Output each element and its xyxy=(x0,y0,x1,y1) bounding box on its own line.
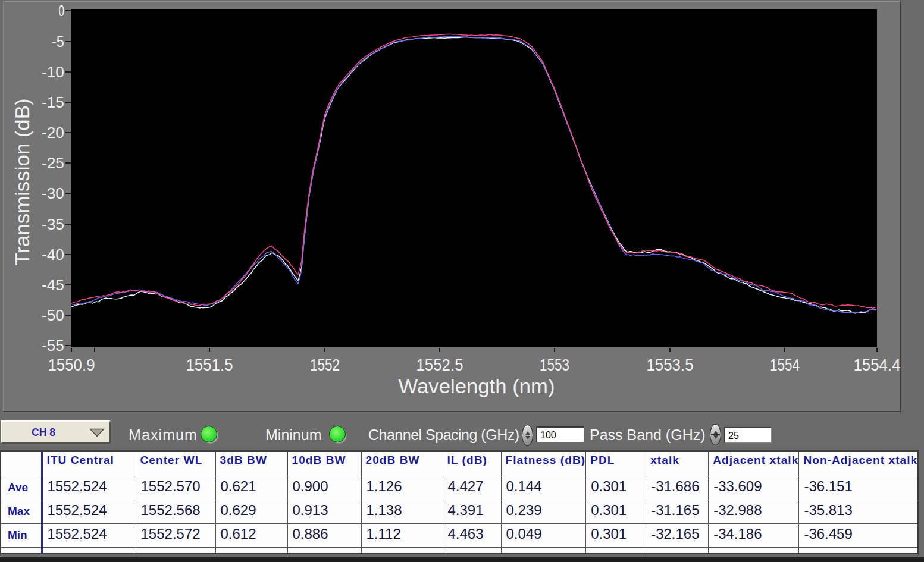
svg-text:1552.5: 1552.5 xyxy=(416,356,463,374)
svg-text:1550.9: 1550.9 xyxy=(48,356,95,374)
svg-text:-50: -50 xyxy=(42,307,64,324)
svg-text:1551.5: 1551.5 xyxy=(186,356,233,374)
svg-text:Wavelength (nm): Wavelength (nm) xyxy=(399,375,555,397)
svg-text:-40: -40 xyxy=(42,246,64,263)
svg-text:-30: -30 xyxy=(42,185,64,202)
svg-text:1554.4: 1554.4 xyxy=(854,356,901,374)
svg-text:-35: -35 xyxy=(42,216,64,233)
svg-text:1553: 1553 xyxy=(540,356,569,374)
svg-text:-25: -25 xyxy=(42,155,64,171)
svg-text:1552: 1552 xyxy=(310,356,340,374)
svg-text:Transmission (dB): Transmission (dB) xyxy=(11,99,33,266)
svg-text:-55: -55 xyxy=(42,337,64,354)
svg-text:-20: -20 xyxy=(42,124,64,141)
svg-text:-15: -15 xyxy=(42,94,64,111)
svg-text:1553.5: 1553.5 xyxy=(647,356,694,374)
svg-text:-10: -10 xyxy=(42,64,64,80)
svg-text:1554: 1554 xyxy=(770,356,800,374)
svg-text:-45: -45 xyxy=(42,277,64,293)
svg-text:0: 0 xyxy=(59,2,65,19)
svg-text:-5: -5 xyxy=(52,33,64,50)
